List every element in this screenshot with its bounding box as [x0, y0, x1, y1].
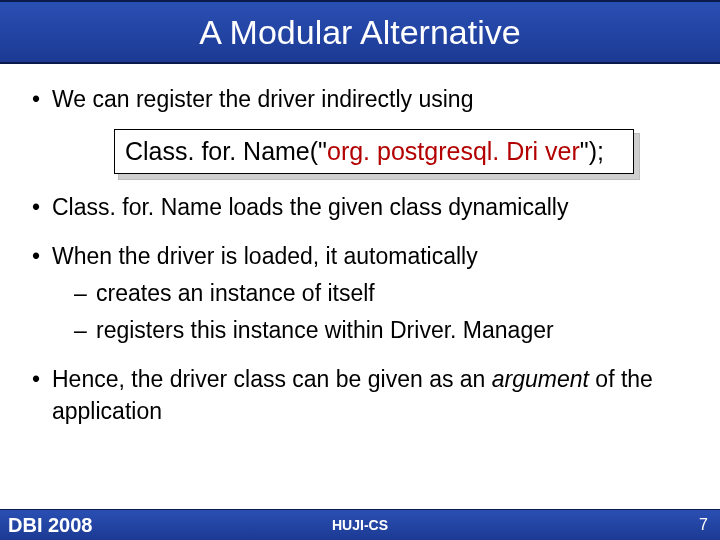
code-post: "); — [580, 137, 604, 165]
bullet-2: Class. for. Name loads the given class d… — [30, 192, 690, 223]
code-pre: Class. for. Name(" — [125, 137, 327, 165]
page-number: 7 — [699, 516, 708, 534]
bullet-3-text: When the driver is loaded, it automatica… — [52, 243, 478, 269]
bullet-1-text: We can register the driver indirectly us… — [52, 86, 473, 112]
slide-title: A Modular Alternative — [199, 13, 520, 52]
bullet-3: When the driver is loaded, it automatica… — [30, 241, 690, 346]
bullet-4-pre: Hence, the driver class can be given as … — [52, 366, 492, 392]
sublist: creates an instance of itself registers … — [52, 278, 690, 346]
title-band: A Modular Alternative — [0, 0, 720, 64]
slide-body: We can register the driver indirectly us… — [0, 64, 720, 427]
code-box: Class. for. Name("org. postgresql. Dri v… — [114, 129, 634, 174]
sub-2: registers this instance within Driver. M… — [74, 315, 690, 346]
bullet-4-em: argument — [492, 366, 589, 392]
code-box-inner: Class. for. Name("org. postgresql. Dri v… — [114, 129, 634, 174]
bullet-4: Hence, the driver class can be given as … — [30, 364, 690, 426]
code-red: org. postgresql. Dri ver — [327, 137, 580, 165]
footer-center: HUJI-CS — [332, 517, 388, 533]
footer-left: DBI 2008 — [0, 514, 93, 537]
footer-bar: DBI 2008 HUJI-CS 7 — [0, 509, 720, 540]
sub-1: creates an instance of itself — [74, 278, 690, 309]
bullet-1: We can register the driver indirectly us… — [30, 84, 690, 174]
